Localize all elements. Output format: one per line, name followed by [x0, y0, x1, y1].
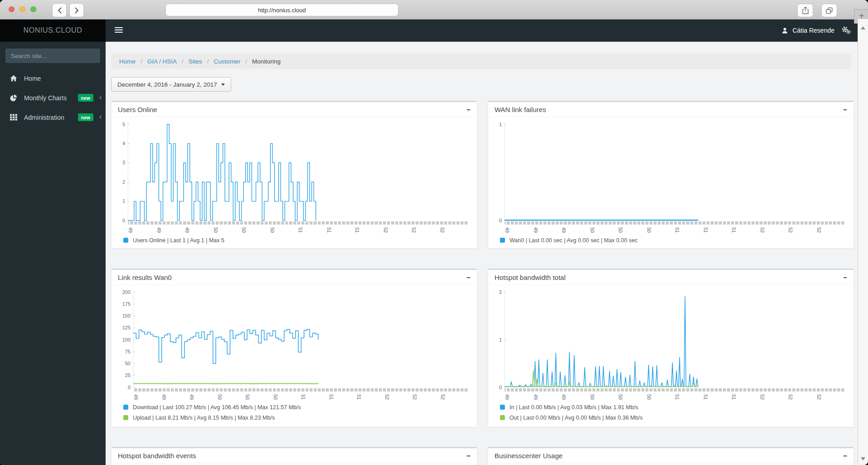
hamburger-icon [115, 27, 123, 28]
breadcrumb-link-home[interactable]: Home [119, 58, 136, 65]
address-bar [165, 4, 398, 16]
breadcrumb-separator: / [207, 58, 209, 65]
svg-text:52: 52 [816, 227, 822, 233]
scroll-down-arrow[interactable] [861, 457, 865, 460]
panel-header: Link results Wan0 − [112, 270, 477, 285]
breadcrumb-link-customer[interactable]: Customer [214, 58, 241, 65]
svg-text:2: 2 [499, 289, 502, 295]
sidebar-item-home[interactable]: Home [0, 69, 106, 88]
panel-hotspot-bandwidth-total: Hotspot bandwidth total − 01249494950505… [488, 269, 854, 427]
chevron-left-icon [58, 7, 62, 14]
svg-text:49: 49 [161, 394, 167, 400]
svg-text:150: 150 [122, 313, 131, 318]
svg-text:50: 50 [646, 227, 652, 233]
breadcrumb-link-gia-hsia[interactable]: GIA / HSIA [147, 58, 177, 65]
svg-text:50: 50 [618, 394, 623, 400]
svg-text:52: 52 [760, 394, 765, 400]
svg-text:25: 25 [125, 372, 131, 378]
svg-text:0: 0 [128, 385, 131, 390]
url-input[interactable] [166, 4, 398, 16]
hotspot-bandwidth-total-chart: 012494949505050515151525252 [495, 289, 847, 402]
collapse-button[interactable]: − [843, 274, 847, 281]
date-range-button[interactable]: December 4, 2016 - January 2, 2017 [111, 77, 231, 92]
svg-text:49: 49 [533, 227, 538, 233]
svg-text:50: 50 [646, 394, 652, 400]
svg-text:50: 50 [618, 227, 623, 233]
svg-text:51: 51 [731, 394, 737, 400]
legend-item: Wan0 | Last 0.00 sec | Avg 0.00 sec | Ma… [495, 235, 847, 245]
link-results-wan0-chart: 0255075100125150175200494949505050515151… [118, 289, 470, 402]
legend-marker [123, 405, 128, 410]
scroll-up-arrow[interactable] [861, 26, 865, 29]
users-online-chart: 012345494949505050515151525252 [118, 121, 470, 235]
collapse-button[interactable]: − [466, 106, 470, 113]
wan-link-failures-chart: 01494949505050515151525252 [495, 121, 847, 235]
window-zoom-button[interactable] [30, 6, 36, 12]
svg-text:0: 0 [499, 385, 502, 390]
panel-header: Businesscenter Usage − [488, 448, 853, 463]
legend-label: Out | Last 0.00 Mb/s | Avg 0.00 Mb/s | M… [509, 415, 643, 421]
sidebar-item-label: Administration [24, 114, 64, 121]
tabs-icon [825, 7, 833, 15]
panel-title: WAN link failures [495, 106, 546, 113]
share-button[interactable] [797, 4, 813, 17]
panel-wan-link-failures: WAN link failures − 01494949505050515151… [488, 101, 854, 249]
new-badge: new [78, 113, 93, 121]
svg-text:175: 175 [122, 301, 131, 307]
panel-header: Hotspot bandwidth events − [112, 448, 477, 463]
svg-text:49: 49 [504, 394, 510, 400]
svg-text:51: 51 [703, 394, 708, 400]
collapse-button[interactable]: − [843, 452, 847, 459]
svg-text:51: 51 [301, 394, 306, 400]
legend-marker [500, 415, 505, 420]
chart-legend: Download | Last 100.27 Mb/s | Avg 106.45… [118, 402, 470, 423]
window-minimize-button[interactable] [19, 6, 25, 12]
svg-text:51: 51 [298, 227, 303, 233]
breadcrumb-separator: / [182, 58, 184, 65]
svg-text:51: 51 [674, 227, 680, 233]
new-badge: new [78, 94, 93, 102]
sidebar-item-administration[interactable]: Administration new ‹ [0, 108, 106, 127]
panel-body: 01494949505050515151525252 Wan0 | Last 0… [488, 117, 853, 247]
svg-text:50: 50 [213, 227, 218, 233]
chevron-left-icon: ‹ [99, 113, 102, 120]
collapse-button[interactable]: − [466, 274, 470, 281]
collapse-button[interactable]: − [466, 452, 470, 459]
search-input[interactable] [5, 49, 100, 63]
sidebar-toggle-button[interactable] [115, 27, 123, 34]
panel-header: Users Online − [112, 102, 477, 117]
legend-item: In | Last 0.00 Mb/s | Avg 0.03 Mb/s | Ma… [495, 402, 847, 412]
browser-forward-button[interactable] [69, 3, 84, 17]
brand-logo[interactable]: NONIUS.CLOUD [0, 19, 106, 42]
legend-label: Download | Last 100.27 Mb/s | Avg 106.45… [133, 404, 301, 411]
chart-legend: Wan0 | Last 0.00 sec | Avg 0.00 sec | Ma… [495, 235, 847, 245]
user-menu[interactable]: Cátia Resende [781, 19, 834, 42]
svg-text:50: 50 [273, 394, 278, 400]
legend-marker [500, 238, 505, 243]
legend-marker [500, 405, 505, 410]
svg-text:52: 52 [788, 394, 793, 400]
svg-text:50: 50 [590, 394, 595, 400]
legend-item: Download | Last 100.27 Mb/s | Avg 106.45… [118, 402, 470, 412]
legend-marker [123, 238, 128, 243]
browser-back-button[interactable] [52, 3, 67, 17]
tab-overview-button[interactable] [821, 4, 837, 17]
grid-icon [10, 114, 18, 121]
breadcrumb-current: Monitoring [252, 58, 281, 65]
window-close-button[interactable] [9, 6, 15, 12]
svg-text:52: 52 [412, 394, 417, 400]
sidebar-item-monthly-charts[interactable]: Monthly Charts new ‹ [0, 88, 106, 108]
svg-text:51: 51 [354, 227, 360, 233]
breadcrumb-separator: / [245, 58, 247, 65]
svg-text:49: 49 [561, 227, 567, 233]
chart-legend: Users Online | Last 1 | Avg 1 | Max 5 [118, 235, 470, 245]
panel-body: 012494949505050515151525252 In | Last 0.… [488, 285, 853, 425]
settings-menu[interactable] [841, 26, 851, 34]
page-scrollbar[interactable] [858, 19, 868, 465]
breadcrumb-link-sites[interactable]: Sites [189, 58, 202, 65]
breadcrumb: Home / GIA / HSIA / Sites / Customer / M… [111, 54, 851, 69]
panel-title: Link results Wan0 [118, 274, 172, 281]
svg-text:51: 51 [326, 227, 332, 233]
collapse-button[interactable]: − [843, 106, 847, 113]
svg-text:52: 52 [760, 227, 765, 233]
